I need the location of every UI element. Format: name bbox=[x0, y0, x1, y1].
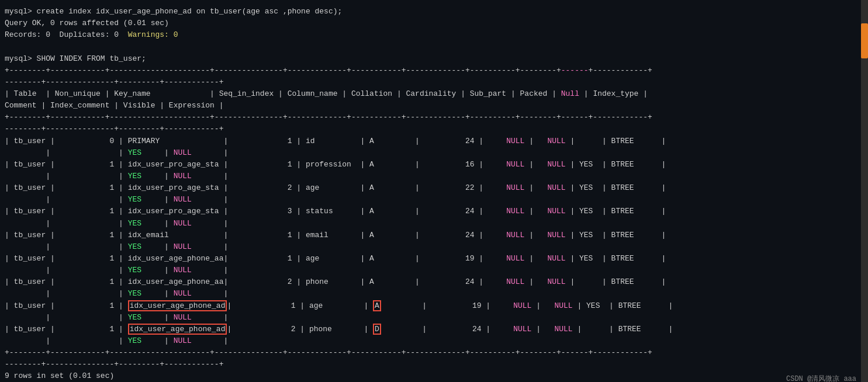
table-header: | Table | Non_unique | Key_name | Seq_in… bbox=[5, 88, 863, 100]
row-8a: | tb_user | 1 | idx_user_age_phone_ad| 1… bbox=[5, 300, 863, 312]
row-1a: | tb_user | 0 | PRIMARY | 1 | id | A | 2… bbox=[5, 136, 863, 147]
terminal: mysql> create index idx_user_age_phone_a… bbox=[0, 0, 868, 382]
row-3b: | | YES | NULL | bbox=[5, 194, 863, 206]
table-border-mid2: --------+---------------+---------+-----… bbox=[5, 123, 863, 135]
watermark: CSDN @清风微凉 aaa bbox=[786, 374, 856, 383]
row-4b: | | YES | NULL | bbox=[5, 218, 863, 230]
row-9a: | tb_user | 1 | idx_user_age_phone_ad| 2… bbox=[5, 324, 863, 335]
table-header2: Comment | Index_comment | Visible | Expr… bbox=[5, 100, 863, 112]
row-2a: | tb_user | 1 | idx_user_pro_age_sta | 1… bbox=[5, 159, 863, 171]
row-5b: | | YES | NULL | bbox=[5, 241, 863, 253]
table-border-bottom2: --------+---------------+---------+-----… bbox=[5, 359, 863, 370]
result-footer: 9 rows in set (0.01 sec) bbox=[5, 370, 863, 382]
table-border-bottom: +--------+------------+-----------------… bbox=[5, 347, 863, 359]
result-line-1: Query OK, 0 rows affected (0.01 sec) bbox=[5, 18, 863, 29]
row-4a: | tb_user | 1 | idx_user_pro_age_sta | 3… bbox=[5, 206, 863, 217]
row-9b: | | YES | NULL | bbox=[5, 335, 863, 347]
row-7a: | tb_user | 1 | idx_user_age_phone_aa| 2… bbox=[5, 276, 863, 288]
row-3a: | tb_user | 1 | idx_user_pro_age_sta | 2… bbox=[5, 182, 863, 194]
scrollbar[interactable] bbox=[861, 0, 868, 382]
row-8b: | | YES | NULL | bbox=[5, 312, 863, 324]
row-6b: | | YES | NULL | bbox=[5, 265, 863, 276]
scrollbar-thumb[interactable] bbox=[861, 23, 868, 58]
table-border-top2: --------+---------------+---------+-----… bbox=[5, 77, 863, 88]
table-border-mid: +--------+------------+-----------------… bbox=[5, 112, 863, 123]
result-line-2: Records: 0 Duplicates: 0 Warnings: 0 bbox=[5, 29, 863, 41]
row-1b: | | YES | NULL | bbox=[5, 147, 863, 159]
row-7b: | | YES | NULL | bbox=[5, 288, 863, 300]
row-6a: | tb_user | 1 | idx_user_age_phone_aa| 1… bbox=[5, 253, 863, 265]
command-line-2: mysql> SHOW INDEX FROM tb_user; bbox=[5, 53, 863, 65]
row-2b: | | YES | NULL | bbox=[5, 171, 863, 182]
table-border-top: +--------+------------+-----------------… bbox=[5, 65, 863, 77]
blank-line bbox=[5, 41, 863, 53]
row-5a: | tb_user | 1 | idx_email | 1 | email | … bbox=[5, 230, 863, 241]
command-line-1: mysql> create index idx_user_age_phone_a… bbox=[5, 6, 863, 18]
